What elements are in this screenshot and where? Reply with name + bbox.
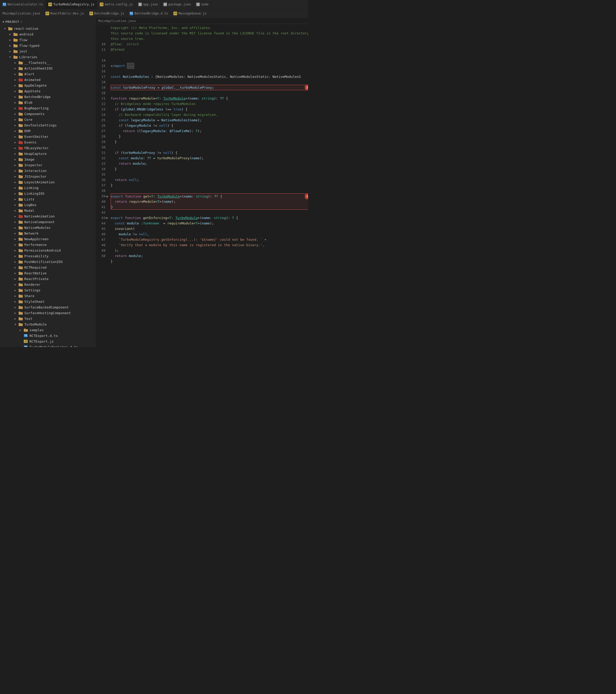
- tree-item-Performance[interactable]: ▶ Performance: [0, 242, 96, 248]
- tree-item-Renderer[interactable]: ▶ Renderer: [0, 281, 96, 287]
- tree-item-NativeComponent[interactable]: ▶ NativeComponent: [0, 219, 96, 225]
- expand-arrow: ▶: [15, 67, 19, 70]
- tab-main-application[interactable]: MainApplication.java: [0, 9, 43, 18]
- folder-icon: [19, 266, 23, 269]
- tree-item-flow-typed[interactable]: ▶ flow-typed: [0, 43, 96, 48]
- tree-item-HeapCapture[interactable]: ▶ HeapCapture: [0, 151, 96, 157]
- tree-item-LayoutAnimation[interactable]: ▶ LayoutAnimation: [0, 179, 96, 185]
- tree-item-Alert[interactable]: ▶ Alert: [0, 71, 96, 77]
- tree-item-AppDelegate[interactable]: ▶ AppDelegate: [0, 83, 96, 88]
- tab-metro-config[interactable]: JS metro.config.js: [97, 0, 135, 9]
- tree-item-Inspector[interactable]: ▶ Inspector: [0, 162, 96, 168]
- code-line: [111, 52, 308, 58]
- code-text: );: [200, 156, 204, 161]
- tree-item-TurboModuleRegistry-dts[interactable]: ▶ TS TurboModuleRegistry.d.ts: [0, 344, 96, 347]
- tree-item-FBLazyVector[interactable]: ▶ FBLazyVector: [0, 145, 96, 151]
- tree-item-Settings[interactable]: ▶ Settings: [0, 287, 96, 293]
- code-text: ):: [189, 128, 195, 134]
- tree-item-JSInspector[interactable]: ▶ JSInspector: [0, 174, 96, 179]
- variable: module: [133, 161, 145, 166]
- tree-item-Text[interactable]: ▶ Text: [0, 316, 96, 322]
- tree-item-Blob[interactable]: ▶ Blob: [0, 99, 96, 105]
- tree-item-NativeModules[interactable]: ▶ NativeModules: [0, 225, 96, 231]
- tree-item-RCTRequired[interactable]: ▶ RCTRequired: [0, 264, 96, 270]
- tree-item-LogBox[interactable]: ▶ LogBox: [0, 202, 96, 208]
- tree-item-DevToolsSettings[interactable]: ▶ DevToolsSettings: [0, 122, 96, 128]
- tree-item-EventEmitter[interactable]: ▶ EventEmitter: [0, 134, 96, 139]
- tab-batched-bridge-dts[interactable]: TS BatchedBridge.d.ts: [127, 9, 171, 18]
- tree-item-Network[interactable]: ▶ Network: [0, 231, 96, 236]
- tab-turbo-module-registry[interactable]: JS TurboModuleRegistry.js: [46, 0, 97, 9]
- tree-item-AppState[interactable]: ▶ AppState: [0, 88, 96, 94]
- code-text: >(: [160, 199, 164, 204]
- tree-item-android[interactable]: ▶ android: [0, 31, 96, 37]
- svg-rect-33: [19, 118, 20, 119]
- tab-app-json[interactable]: {} app.json: [136, 0, 161, 9]
- tree-item-Image[interactable]: ▶ Image: [0, 157, 96, 162]
- tree-item-StyleSheet[interactable]: ▶ StyleSheet: [0, 299, 96, 304]
- tree-item-RCTExport-dts[interactable]: ▶ TS RCTExport.d.ts: [0, 333, 96, 339]
- tab-batched-bridge-js[interactable]: JS BatchedBridge.js: [87, 9, 127, 18]
- type: T: [157, 96, 159, 101]
- tree-item-RCTExport-js[interactable]: ▶ JS RCTExport.js: [0, 339, 96, 344]
- expand-arrow: ▶: [15, 198, 19, 201]
- tree-label: TurboModuleRegistry.d.ts: [30, 345, 78, 347]
- tree-label: flow: [19, 38, 27, 42]
- tree-item-PushNotificationIOS[interactable]: ▶ PushNotificationIOS: [0, 259, 96, 264]
- folded-import: ...: [127, 63, 134, 69]
- code-text: [111, 237, 119, 242]
- folder-icon: [19, 260, 23, 263]
- tree-item-jest[interactable]: ▶ jest: [0, 48, 96, 54]
- tab-package-json[interactable]: {} package.json: [161, 0, 193, 9]
- variable: global: [123, 107, 135, 112]
- svg-rect-12: [19, 62, 23, 65]
- tree-item-flowtests[interactable]: ▶ __flowtests__: [0, 60, 96, 66]
- tree-item-Pressability[interactable]: ▶ Pressability: [0, 253, 96, 259]
- tree-item-samples[interactable]: ▶ samples: [0, 327, 96, 333]
- tree-item-LinkingIOS[interactable]: ▶ LinkingIOS: [0, 190, 96, 196]
- tree-item-ActionSheetIOS[interactable]: ▶ ActionSheetIOS: [0, 66, 96, 71]
- tree-item-Libraries[interactable]: ▼ Libraries: [0, 54, 96, 60]
- folder-icon: [19, 95, 23, 98]
- tree-item-BugReporting[interactable]: ▶ BugReporting: [0, 105, 96, 111]
- tree-item-Interaction[interactable]: ▶ Interaction: [0, 168, 96, 174]
- tree-item-DOM[interactable]: ▶ DOM: [0, 128, 96, 134]
- code-line: return module ;: [111, 253, 308, 259]
- tree-item-ReactNative[interactable]: ▶ ReactNative: [0, 270, 96, 276]
- keyword: function: [125, 194, 143, 199]
- tree-item-Events[interactable]: ▶ Events: [0, 139, 96, 145]
- code-container[interactable]: 10 11 14 15 16 17 18 19 20 21 22 23 24: [96, 24, 308, 347]
- tab-react-fabric[interactable]: JS ReactFabric-dev.js: [43, 9, 87, 18]
- svg-rect-67: [19, 215, 20, 216]
- tab-native-calculator[interactable]: TS NativeCalculator.ts: [0, 0, 46, 9]
- svg-rect-60: [19, 198, 23, 201]
- tree-item-Lists[interactable]: ▶ Lists: [0, 196, 96, 202]
- tree-item-Modal[interactable]: ▶ Modal: [0, 208, 96, 213]
- tree-item-Linking[interactable]: ▶ Linking: [0, 185, 96, 190]
- folder-icon: [19, 249, 23, 252]
- expand-arrow: ▶: [15, 283, 19, 286]
- tree-item-Animated[interactable]: ▶ Animated: [0, 77, 96, 83]
- code-line: const module : ? T = turboModuleProxy ( …: [111, 156, 308, 161]
- tree-item-Components[interactable]: ▶ Components: [0, 111, 96, 116]
- variable: name: [184, 194, 192, 199]
- code-comment: Copyright (c) Meta Platforms, Inc. and a…: [111, 25, 212, 31]
- fold-btn[interactable]: ▶: [111, 63, 113, 69]
- tree-item-SurfaceBackedComponent[interactable]: ▶ SurfaceBackedComponent: [0, 304, 96, 310]
- keyword: import: [113, 63, 125, 69]
- tree-item-Share[interactable]: ▶ Share: [0, 293, 96, 299]
- tree-item-BatchedBridge[interactable]: ▶ BatchedBridge: [0, 94, 96, 99]
- tree-item-TurboModule[interactable]: ▼ TurboModule: [0, 322, 96, 327]
- tree-item-Core[interactable]: ▶ Core: [0, 116, 96, 122]
- tree-item-NewAppScreen[interactable]: ▶ NewAppScreen: [0, 236, 96, 242]
- code-line: `TurboModuleRegistry.getEnforcing(...): …: [111, 237, 308, 242]
- tab-message-queue[interactable]: JS MessageQueue.js: [171, 9, 209, 18]
- code-line: module != null ,: [111, 232, 308, 237]
- tree-item-react-native[interactable]: ▼ react-native: [0, 25, 96, 31]
- tree-item-flow[interactable]: ▶ flow: [0, 37, 96, 43]
- tree-item-SurfaceHostingComponent[interactable]: ▶ SurfaceHostingComponent: [0, 310, 96, 316]
- tab-node[interactable]: ⬡ node: [193, 0, 211, 9]
- tree-item-PermissionsAndroid[interactable]: ▶ PermissionsAndroid: [0, 248, 96, 253]
- tree-item-ReactPrivate[interactable]: ▶ ReactPrivate: [0, 276, 96, 281]
- tree-item-NativeAnimation[interactable]: ▶ NativeAnimation: [0, 213, 96, 219]
